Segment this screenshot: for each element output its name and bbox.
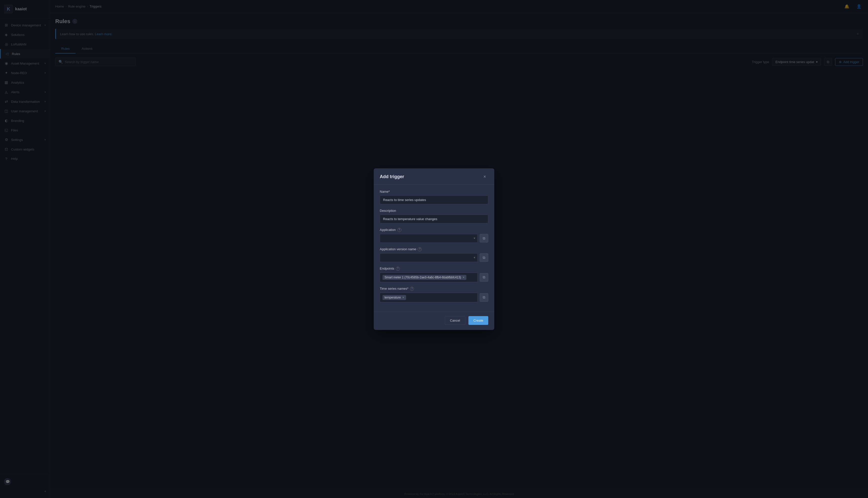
- endpoints-help-icon[interactable]: ?: [396, 266, 400, 271]
- application-row: ▾ ⧉: [380, 234, 488, 243]
- modal-header: Add trigger ×: [374, 168, 494, 185]
- modal-overlay: Add trigger × Name* Description: [0, 0, 868, 498]
- time-series-row: temperature × ⧉: [380, 293, 488, 302]
- app-version-select[interactable]: [380, 253, 478, 262]
- endpoints-field-group: Endpoints ? Smart meter 1 (70c4585b-2ae3…: [380, 266, 488, 282]
- app-version-label: Application version name ?: [380, 247, 488, 251]
- name-label: Name*: [380, 190, 488, 194]
- cancel-button[interactable]: Cancel: [445, 316, 465, 325]
- modal-close-button[interactable]: ×: [481, 173, 488, 180]
- description-input[interactable]: [380, 214, 488, 223]
- create-button[interactable]: Create: [468, 316, 488, 325]
- time-series-tag: temperature ×: [383, 295, 406, 300]
- endpoints-tag-input[interactable]: Smart meter 1 (70c4585b-2ae3-4a6c-8fb4-6…: [380, 273, 478, 282]
- endpoint-tag-remove-button[interactable]: ×: [463, 276, 465, 279]
- time-series-field-group: Time series names* ? temperature × ⧉: [380, 287, 488, 302]
- name-field-group: Name*: [380, 190, 488, 204]
- app-version-field-group: Application version name ? ▾ ⧉: [380, 247, 488, 262]
- time-series-help-icon[interactable]: ?: [410, 287, 414, 291]
- endpoints-label: Endpoints ?: [380, 266, 488, 271]
- application-help-icon[interactable]: ?: [397, 228, 401, 232]
- modal-body: Name* Description Application ?: [374, 185, 494, 312]
- modal-footer: Cancel Create: [374, 312, 494, 330]
- application-field-group: Application ? ▾ ⧉: [380, 228, 488, 243]
- endpoints-row: Smart meter 1 (70c4585b-2ae3-4a6c-8fb4-6…: [380, 273, 488, 282]
- endpoint-tag-label: Smart meter 1 (70c4585b-2ae3-4a6c-8fb4-6…: [385, 276, 461, 279]
- application-select-wrapper: ▾: [380, 234, 478, 243]
- application-label: Application ?: [380, 228, 488, 232]
- add-trigger-modal: Add trigger × Name* Description: [374, 168, 494, 330]
- copy-application-button[interactable]: ⧉: [480, 234, 488, 243]
- app-version-select-wrapper: ▾: [380, 253, 478, 262]
- time-series-tag-remove-button[interactable]: ×: [402, 296, 404, 299]
- time-series-label: Time series names* ?: [380, 287, 488, 291]
- app-version-row: ▾ ⧉: [380, 253, 488, 262]
- time-series-tag-label: temperature: [385, 296, 401, 299]
- name-input[interactable]: [380, 196, 488, 204]
- copy-time-series-button[interactable]: ⧉: [480, 293, 488, 302]
- modal-title: Add trigger: [380, 174, 404, 180]
- description-label: Description: [380, 209, 488, 212]
- endpoint-tag: Smart meter 1 (70c4585b-2ae3-4a6c-8fb4-6…: [383, 275, 466, 280]
- app-version-help-icon[interactable]: ?: [418, 247, 422, 251]
- application-select[interactable]: [380, 234, 478, 243]
- time-series-tag-input[interactable]: temperature ×: [380, 293, 478, 302]
- copy-endpoints-button[interactable]: ⧉: [480, 273, 488, 281]
- copy-app-version-button[interactable]: ⧉: [480, 253, 488, 262]
- description-field-group: Description: [380, 209, 488, 223]
